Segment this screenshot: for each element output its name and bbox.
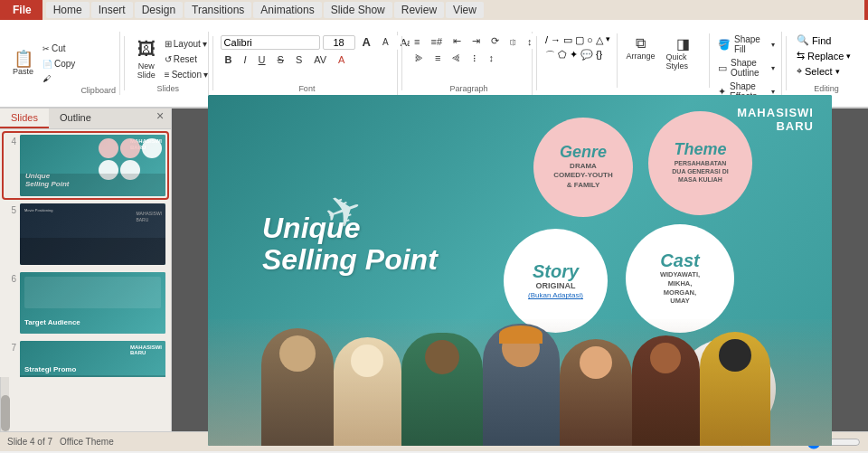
justify-button[interactable]: ⫶ (467, 51, 482, 65)
format-painter-button[interactable]: 🖌 (39, 72, 79, 85)
char-spacing-button[interactable]: AV (309, 52, 331, 67)
decrease-indent-button[interactable]: ⇤ (448, 33, 466, 49)
home-menu[interactable]: Home (46, 2, 90, 18)
section-chevron: ▾ (203, 70, 208, 80)
bullets-button[interactable]: ≡ (410, 33, 424, 49)
strikethrough-button[interactable]: S (273, 52, 288, 67)
align-right-button[interactable]: ⫷ (447, 51, 466, 65)
shape-fill-row[interactable]: 🪣 Shape Fill ▾ (715, 33, 778, 55)
quick-styles-button[interactable]: ◨ Quick Styles (662, 33, 703, 102)
slide-thumb-6[interactable]: 6 Target Audience (4, 270, 167, 335)
font-size-input[interactable] (323, 35, 355, 50)
mini7-people (20, 375, 165, 377)
cast-title: Cast (660, 250, 699, 270)
arrange-button[interactable]: ⧉ Arrange (622, 33, 658, 102)
line-spacing-button[interactable]: ↕ (484, 51, 498, 65)
section-button[interactable]: ≡ Section ▾ (161, 68, 212, 81)
layout-button[interactable]: ⊞ Layout ▾ (161, 37, 212, 51)
slides-panel: Slides Outline × 4 MAHASISWIBARU (0, 109, 172, 431)
tab-slides[interactable]: Slides (0, 109, 49, 128)
story-subtitle: ORIGINAL (536, 281, 576, 292)
select-button[interactable]: ⌖ Select ▾ (794, 64, 859, 78)
columns-button[interactable]: ⎅ (505, 33, 521, 49)
mini-people-4 (20, 174, 165, 196)
slides-group-label: Slides (134, 84, 203, 93)
cut-button[interactable]: ✂ Cut (39, 42, 79, 55)
animations-menu[interactable]: Animations (253, 2, 321, 18)
reset-button[interactable]: ↺ Reset (161, 52, 212, 66)
cut-icon: ✂ (42, 44, 50, 53)
curve-shape[interactable]: ⌒ (544, 48, 556, 63)
slide-preview-6: Target Audience (20, 272, 165, 334)
slide-canvas[interactable]: MAHASISWI BARU ✈ Unique Selling Point Ge… (208, 95, 832, 446)
text-direction-button[interactable]: ↕ (523, 33, 537, 49)
font-color-button[interactable]: A (334, 52, 349, 67)
font-name-input[interactable] (221, 35, 320, 50)
more-shapes[interactable]: ▾ (605, 33, 611, 47)
review-menu[interactable]: Review (394, 2, 444, 18)
find-icon: 🔍 (797, 34, 809, 46)
slide-thumb-7[interactable]: 7 MAHASISWIBARU Strategi Promo (4, 339, 167, 377)
slide-thumb-5[interactable]: 5 Movie Positioning MAHASISWIBARU (4, 202, 167, 267)
insert-menu[interactable]: Insert (91, 2, 133, 18)
round-rect-shape[interactable]: ▢ (574, 33, 585, 47)
mini6-faces (24, 277, 161, 308)
panel-scrollbar[interactable] (0, 377, 9, 431)
paragraph-group: ≡ ≡# ⇤ ⇥ ⟳ ⎅ ↕ ⫸ ≡ ⫷ ⫶ ↕ Paragraph (406, 32, 533, 95)
rect-shape[interactable]: ▭ (562, 33, 573, 47)
transitions-menu[interactable]: Transitions (184, 2, 251, 18)
paste-button[interactable]: 📋 Paste (9, 36, 37, 90)
editing-group-label: Editing (794, 84, 859, 93)
replace-button[interactable]: ⇆ Replace ▾ (794, 49, 859, 62)
new-slide-button[interactable]: 🖼 New Slide (134, 34, 159, 83)
arrow-shape[interactable]: → (550, 33, 561, 47)
genre-title: Genre (560, 144, 607, 162)
story-circle[interactable]: Story ORIGINAL (Bukan Adaptasi) (504, 229, 608, 333)
triangle-shape[interactable]: △ (595, 33, 604, 47)
design-menu[interactable]: Design (135, 2, 183, 18)
genre-circle[interactable]: Genre DRAMA COMEDY-YOUTH & FAMILY (533, 118, 633, 217)
line-shape[interactable]: / (544, 33, 549, 47)
find-button[interactable]: 🔍 Find (794, 33, 859, 47)
copy-button[interactable]: 📄 Copy (39, 57, 79, 71)
slide-main-area: MAHASISWI BARU ✈ Unique Selling Point Ge… (172, 109, 868, 431)
file-menu-btn[interactable]: File (4, 2, 41, 18)
clipboard-label: Clipboard (80, 86, 116, 95)
slide-thumb-4[interactable]: 4 MAHASISWIBARU UniqueSelling Point (4, 133, 167, 198)
title-bar: File Home Insert Design Transitions Anim… (0, 0, 868, 20)
increase-font-button[interactable]: A (358, 33, 375, 51)
shadow-button[interactable]: S (291, 52, 307, 67)
copy-icon: 📄 (42, 60, 52, 69)
star-shape[interactable]: ✦ (569, 48, 579, 63)
shape-outline-chevron: ▾ (771, 64, 775, 72)
close-slides-panel-button[interactable]: × (153, 109, 167, 123)
numbering-button[interactable]: ≡# (426, 33, 447, 49)
bracket-shape[interactable]: {} (595, 48, 603, 63)
story-link[interactable]: (Bukan Adaptasi) (528, 291, 583, 299)
reset-icon: ↺ (165, 54, 172, 64)
align-left-button[interactable]: ⫸ (410, 51, 429, 65)
align-center-button[interactable]: ≡ (430, 51, 445, 65)
story-title: Story (533, 261, 579, 281)
callout-shape[interactable]: 💬 (580, 48, 594, 63)
italic-button[interactable]: I (240, 52, 251, 67)
underline-button[interactable]: U (254, 52, 270, 67)
cast-circle[interactable]: Cast WIDYAWATI, MIKHA, MORGAN, UMAY (626, 224, 734, 333)
drawing-group: / → ▭ ▢ ○ △ ▾ ⌒ ⬠ ✦ 💬 {} (541, 32, 782, 95)
pentagon-shape[interactable]: ⬠ (557, 48, 568, 63)
theme-title: Theme (674, 141, 726, 159)
slides-group: 🖼 New Slide ⊞ Layout ▾ ↺ Reset ≡ (128, 32, 209, 95)
view-menu[interactable]: View (446, 2, 484, 18)
increase-indent-button[interactable]: ⇥ (467, 33, 485, 49)
tab-outline[interactable]: Outline (49, 109, 102, 128)
paragraph-group-label: Paragraph (410, 84, 528, 93)
slides-panel-tabs: Slides Outline × (0, 109, 171, 129)
decrease-font-button[interactable]: A (378, 35, 393, 49)
convert-smartart-button[interactable]: ⟳ (486, 33, 504, 49)
shape-outline-row[interactable]: ▭ Shape Outline ▾ (715, 57, 778, 79)
oval-shape[interactable]: ○ (586, 33, 594, 47)
theme-circle[interactable]: Theme PERSAHABATAN DUA GENERASI DI MASA … (648, 111, 752, 215)
slideshow-menu[interactable]: Slide Show (324, 2, 392, 18)
format-painter-icon: 🖌 (42, 74, 51, 83)
bold-button[interactable]: B (221, 52, 237, 67)
